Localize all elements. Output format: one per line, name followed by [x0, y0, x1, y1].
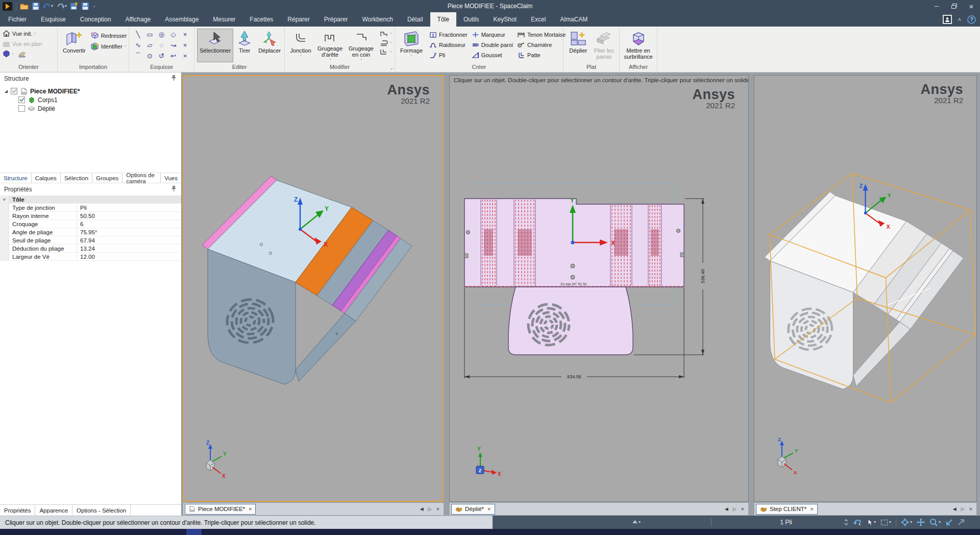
tab-scroll-right-icon[interactable]: ▷: [733, 506, 737, 512]
tab-strip-close-icon[interactable]: ×: [969, 506, 972, 512]
tenon-mortaise-button[interactable]: Tenon Mortaise: [517, 30, 566, 39]
property-row[interactable]: Largeur de Vé12.00: [0, 253, 181, 261]
property-section-row[interactable]: ˅ Tôle: [0, 196, 181, 204]
menu-almacam[interactable]: AlmaCAM: [553, 12, 595, 27]
pin-icon[interactable]: [172, 75, 176, 82]
modifier-tool-1-button[interactable]: ▾: [379, 30, 392, 38]
menu-reparer[interactable]: Réparer: [280, 12, 316, 27]
tab-options-selection[interactable]: Options - Sélection: [72, 505, 131, 516]
menu-preparer[interactable]: Préparer: [317, 12, 355, 27]
menu-tole[interactable]: Tôle: [430, 12, 456, 27]
tree-expander-icon[interactable]: [4, 89, 8, 93]
menu-facettes[interactable]: Facettes: [242, 12, 280, 27]
sketch-spline-icon[interactable]: ∿: [133, 40, 143, 51]
sketch-trim-all-icon[interactable]: ×: [180, 51, 190, 61]
gousset-button[interactable]: Gousset: [472, 50, 513, 60]
menu-outils[interactable]: Outils: [456, 12, 486, 27]
restore-button[interactable]: [945, 0, 963, 12]
selection-box-button[interactable]: ▾: [880, 519, 891, 526]
undo-caret-icon[interactable]: ▾: [51, 4, 53, 8]
spaceclaim-logo-icon[interactable]: [3, 1, 12, 11]
tab-options-camera[interactable]: Options de caméra: [122, 173, 161, 183]
property-row[interactable]: Rayon interne50.50: [0, 212, 181, 220]
tab-apparence[interactable]: Apparence: [35, 505, 72, 516]
formage-button[interactable]: Formage ▾: [398, 29, 425, 63]
sketch-circle-icon[interactable]: ◎: [156, 29, 167, 40]
tab-calques[interactable]: Calques: [32, 173, 61, 183]
deplie-checkbox[interactable]: [18, 105, 25, 112]
sketch-trim-icon[interactable]: ×: [180, 29, 190, 40]
step-part-model[interactable]: Z Y X Z: [754, 76, 976, 501]
section-chevron-icon[interactable]: ˅: [0, 196, 9, 203]
property-row[interactable]: Type de jonctionPli: [0, 204, 181, 212]
tab-step-client[interactable]: Step CLIENT* ×: [756, 504, 818, 515]
tab-close-icon[interactable]: ×: [249, 506, 252, 512]
flat-pattern-model[interactable]: En bas 90° R1.50: [450, 76, 748, 501]
help-icon[interactable]: ?: [967, 15, 976, 24]
dialog-launcher-icon[interactable]: ⌐: [391, 66, 394, 71]
raidisseur-button[interactable]: Raidisseur: [429, 40, 468, 50]
plier-les-parois-button[interactable]: Plier les parois: [592, 29, 617, 63]
menu-esquisse[interactable]: Esquisse: [34, 12, 73, 27]
sketch-sweep-arc-icon[interactable]: ↺: [156, 51, 167, 61]
menu-detail[interactable]: Détail: [400, 12, 430, 27]
corps-checkbox[interactable]: [18, 96, 25, 103]
modifier-tool-3-button[interactable]: ▾: [379, 48, 392, 56]
tab-close-icon[interactable]: ×: [810, 506, 813, 512]
spinner-icon[interactable]: [844, 518, 849, 526]
tree-deplie-label[interactable]: Déplié: [38, 105, 55, 112]
pin-icon[interactable]: [172, 186, 176, 193]
tree-corps-label[interactable]: Corps1: [38, 96, 58, 104]
close-button[interactable]: ×: [963, 0, 980, 12]
deplier-button[interactable]: Déplier: [566, 29, 591, 63]
zoom-extents-icon[interactable]: [945, 519, 953, 526]
sketch-3pt-circle-icon[interactable]: ◌: [156, 40, 167, 51]
tree-row-corps[interactable]: Corps1: [0, 95, 181, 104]
menu-conception[interactable]: Conception: [73, 12, 118, 27]
save-icon[interactable]: [32, 1, 39, 11]
tirer-button[interactable]: Tirer: [235, 29, 254, 62]
tab-proprietes[interactable]: Propriétés: [0, 505, 35, 516]
redo-button[interactable]: ▾: [57, 1, 67, 11]
modifier-tool-2-button[interactable]: ▾: [379, 39, 392, 47]
tab-scroll-left-icon[interactable]: ◀: [725, 506, 728, 512]
save-all-icon[interactable]: [82, 1, 89, 11]
jonction-button[interactable]: Jonction ▾: [287, 29, 314, 63]
tab-vues[interactable]: Vues: [161, 173, 181, 183]
vue-en-plan-button[interactable]: Vue en plan: [3, 39, 42, 48]
zoom-out-icon[interactable]: [958, 519, 965, 526]
status-dropdown-button[interactable]: ▾: [631, 516, 641, 529]
property-row[interactable]: Angle de pliage75.95°: [0, 228, 181, 236]
open-file-icon[interactable]: [20, 1, 29, 11]
tab-strip-close-icon[interactable]: ×: [741, 506, 744, 512]
sketch-rectangle-icon[interactable]: ▭: [144, 29, 155, 40]
collapse-ribbon-icon[interactable]: ˄: [958, 16, 961, 22]
save-as-icon[interactable]: [70, 1, 78, 11]
selectionner-button[interactable]: Sélectionner ▾: [197, 29, 233, 62]
menu-assemblage[interactable]: Assemblage: [158, 12, 206, 27]
viewport-piece-canvas[interactable]: Ansys 2021 R2: [183, 75, 444, 502]
property-row[interactable]: Croquage6: [0, 220, 181, 228]
undo-view-icon[interactable]: [853, 519, 863, 526]
tab-deplie[interactable]: Déplié* ×: [451, 504, 495, 515]
taskbar-app-indicator[interactable]: [186, 529, 202, 535]
menu-excel[interactable]: Excel: [524, 12, 553, 27]
tree-row-deplie[interactable]: Déplié: [0, 104, 181, 113]
pli-button[interactable]: Pli: [429, 50, 468, 60]
view-style-button[interactable]: ▾: [3, 50, 14, 58]
sketch-rounded-rect-icon[interactable]: ▱: [144, 40, 155, 51]
sketch-arc-icon[interactable]: ⌒: [133, 51, 143, 61]
redo-caret-icon[interactable]: ▾: [65, 4, 67, 8]
menu-keyshot[interactable]: KeyShot: [486, 12, 524, 27]
identifier-button[interactable]: Identifier▾: [90, 41, 127, 51]
patte-button[interactable]: Patte: [517, 50, 566, 60]
fractionner-button[interactable]: Fractionner: [429, 30, 468, 39]
grugeage-coin-button[interactable]: Grugeage en coin ▾: [346, 29, 376, 63]
menu-affichage[interactable]: Affichage: [118, 12, 158, 27]
convertir-button[interactable]: Convertir: [60, 29, 88, 55]
tab-scroll-right-icon[interactable]: ▷: [428, 506, 432, 512]
sketch-bend-icon[interactable]: ↩: [168, 51, 179, 61]
grugeage-arete-button[interactable]: Grugeage d'arête ▾: [315, 29, 345, 63]
tab-scroll-left-icon[interactable]: ◀: [420, 506, 424, 512]
redresser-button[interactable]: Redresser: [90, 31, 127, 40]
